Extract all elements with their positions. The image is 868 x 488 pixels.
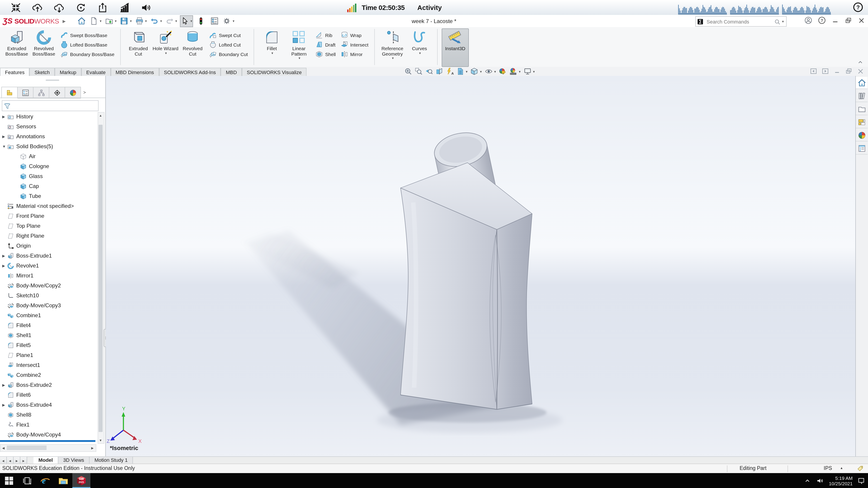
- instant3d-button[interactable]: Instant3D: [442, 29, 469, 67]
- tree-item-top-plane[interactable]: Top Plane: [0, 221, 98, 231]
- search-input[interactable]: [706, 18, 774, 25]
- perfume-bottle-model[interactable]: [401, 128, 532, 410]
- tree-item-right-plane[interactable]: Right Plane: [0, 231, 98, 241]
- print-button[interactable]: ▼: [134, 15, 148, 27]
- tree-item-boss-extrude2[interactable]: ▶Boss-Extrude2: [0, 380, 98, 390]
- tab-solidworks-add-ins[interactable]: SOLIDWORKS Add-Ins: [159, 68, 221, 76]
- tree-item-mirror1[interactable]: Mirror1: [0, 271, 98, 281]
- view-settings-button[interactable]: ▼: [524, 67, 535, 75]
- restart-button[interactable]: [75, 2, 87, 13]
- performance-lights-button[interactable]: [195, 15, 207, 27]
- dropdown-icon[interactable]: ▼: [298, 57, 301, 60]
- expand-expand-icon[interactable]: ▶: [2, 264, 5, 268]
- scroll-right-icon[interactable]: ▶: [90, 446, 95, 450]
- tree-item-tube[interactable]: Tube: [0, 191, 98, 201]
- internet-explorer-taskbar-button[interactable]: e: [36, 473, 54, 488]
- window-restore-button[interactable]: [845, 67, 852, 75]
- tab-features[interactable]: Features: [0, 68, 30, 76]
- previous-tab-button[interactable]: ◀: [7, 457, 13, 464]
- tree-item-fillet4[interactable]: Fillet4: [0, 320, 98, 330]
- tree-item-glass[interactable]: Glass: [0, 171, 98, 181]
- fillet-button[interactable]: Fillet▼: [258, 29, 285, 67]
- tab-markup[interactable]: Markup: [55, 68, 81, 76]
- doc-tab-model[interactable]: Model: [33, 457, 58, 464]
- tree-item-fillet5[interactable]: Fillet5: [0, 340, 98, 350]
- swept-boss-base-button[interactable]: Swept Boss/Base: [58, 30, 116, 40]
- tree-item-intersect1[interactable]: Intersect1: [0, 360, 98, 370]
- dropdown-icon[interactable]: ▼: [465, 70, 468, 73]
- tree-item-cologne[interactable]: Cologne: [0, 161, 98, 171]
- curves-button[interactable]: Curves▼: [406, 29, 433, 67]
- tree-filter-input[interactable]: [2, 100, 98, 111]
- annotation-views-button[interactable]: A: [446, 67, 454, 75]
- revolved-cut-button[interactable]: Revolved Cut: [179, 29, 206, 67]
- zoom-fit-button[interactable]: [404, 67, 412, 75]
- dropdown-icon[interactable]: ▼: [114, 20, 117, 23]
- pm-props-tab[interactable]: [18, 87, 33, 98]
- window-prev-button[interactable]: [810, 67, 817, 75]
- display-style-button[interactable]: ▼: [485, 67, 497, 75]
- shell-button[interactable]: Shell: [313, 49, 338, 59]
- swept-cut-button[interactable]: Swept Cut: [207, 30, 250, 40]
- window-min-button[interactable]: [833, 67, 841, 75]
- dropdown-icon[interactable]: ▼: [518, 70, 521, 73]
- rib-button[interactable]: Rib: [313, 30, 338, 40]
- stats-button[interactable]: [119, 2, 130, 13]
- dropdown-icon[interactable]: ▼: [479, 70, 483, 73]
- lofted-cut-button[interactable]: Lofted Cut: [207, 40, 250, 49]
- tree-hscrollbar[interactable]: ◀ ▶: [0, 444, 96, 452]
- minimize-button[interactable]: [831, 16, 839, 24]
- revolved-boss-base-button[interactable]: Revolved Boss/Base: [30, 29, 57, 67]
- boundary-boss-base-button[interactable]: Boundary Boss/Base: [58, 49, 116, 59]
- start-taskbar-button[interactable]: [0, 473, 18, 488]
- tray-chevron-icon[interactable]: [804, 476, 812, 485]
- tray-clock[interactable]: 5:19 AM 10/25/2021: [829, 475, 852, 486]
- dropdown-icon[interactable]: ▼: [175, 20, 178, 23]
- tree-item-combine2[interactable]: Combine2: [0, 370, 98, 380]
- apply-scene-button[interactable]: ▼: [509, 67, 521, 75]
- zoom-area-button[interactable]: [414, 67, 423, 75]
- tree-item-annotations[interactable]: ▶AAnnotations: [0, 131, 98, 141]
- tree-item-body-move-copy4[interactable]: Body-Move/Copy4: [0, 430, 98, 440]
- dropdown-icon[interactable]: ▼: [532, 70, 535, 73]
- next-tab-button[interactable]: ▶: [13, 457, 20, 464]
- dropdown-icon[interactable]: ▼: [164, 51, 167, 55]
- linear-pattern-button[interactable]: Linear Pattern▼: [285, 29, 313, 67]
- doc-tab-motion-study-1[interactable]: Motion Study 1: [90, 457, 133, 464]
- home-pane-tab[interactable]: [856, 77, 868, 89]
- open-button[interactable]: ▼: [104, 15, 118, 27]
- unit-dropdown-icon[interactable]: ▲: [840, 466, 843, 469]
- undo-button[interactable]: ▼: [150, 15, 163, 27]
- expand-expand-icon[interactable]: ▶: [2, 403, 5, 407]
- tree-item-material-not-specified-[interactable]: Material <not specified>: [0, 201, 98, 211]
- dropdown-icon[interactable]: ▼: [232, 20, 235, 23]
- search-dropdown-icon[interactable]: ▼: [781, 20, 784, 23]
- expand-expand-icon[interactable]: ▶: [2, 115, 5, 119]
- extruded-cut-button[interactable]: Extruded Cut: [125, 29, 152, 67]
- tab-solidworks-visualize[interactable]: SOLIDWORKS Visualize: [242, 68, 307, 76]
- tree-item-shell8[interactable]: Shell8: [0, 410, 98, 420]
- pm-config-tab[interactable]: [33, 87, 49, 98]
- dropdown-icon[interactable]: ▼: [160, 20, 162, 23]
- share-button[interactable]: [97, 2, 108, 13]
- last-tab-button[interactable]: ▶: [20, 457, 27, 464]
- tray-volume-icon[interactable]: [816, 476, 825, 485]
- new-document-button[interactable]: ▼: [89, 15, 103, 27]
- mirror-button[interactable]: Mirror: [338, 49, 370, 59]
- solidworks-2021-taskbar-button[interactable]: SW2021: [72, 473, 90, 488]
- user-account-icon[interactable]: [804, 16, 812, 24]
- first-tab-button[interactable]: ◀: [0, 457, 7, 464]
- props-pane-tab[interactable]: [856, 142, 868, 155]
- dropdown-icon[interactable]: ▼: [418, 51, 421, 55]
- file-explorer-taskbar-button[interactable]: [54, 473, 72, 488]
- draft-button[interactable]: Draft: [313, 40, 338, 49]
- orientation-triad[interactable]: Y Z X: [107, 406, 142, 444]
- dropdown-icon[interactable]: ▼: [145, 20, 147, 23]
- tree-item-cap[interactable]: Cap: [0, 181, 98, 191]
- tree-item-boss-extrude4[interactable]: ▶Boss-Extrude4: [0, 400, 98, 410]
- tab-evaluate[interactable]: Evaluate: [81, 68, 111, 76]
- help-circle-icon[interactable]: ?: [852, 2, 864, 13]
- dropdown-icon[interactable]: ▼: [99, 20, 102, 23]
- edit-appearance-button[interactable]: [499, 67, 507, 75]
- dropdown-icon[interactable]: ▼: [494, 70, 497, 73]
